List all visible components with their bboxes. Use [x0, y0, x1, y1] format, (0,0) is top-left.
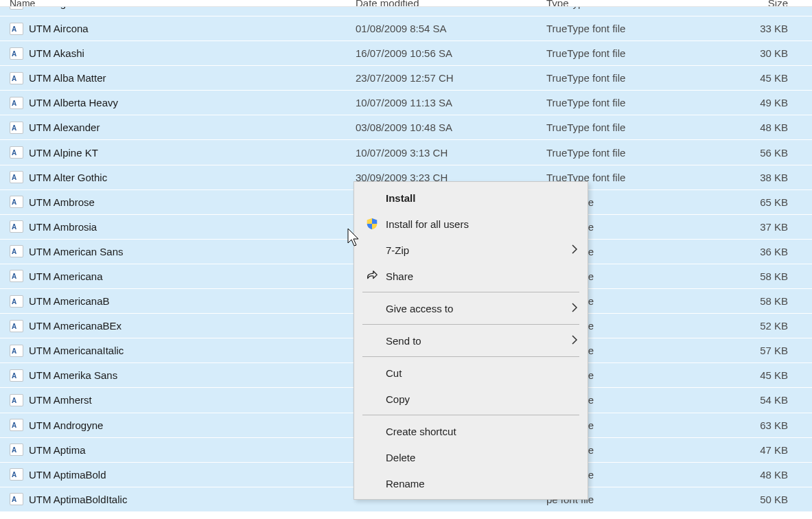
file-name-cell: UTM Americana — [10, 270, 356, 282]
file-name-label: UTM AmericanaB — [29, 295, 110, 307]
file-type: TrueType font file — [546, 72, 711, 84]
file-size: 58 KB — [711, 295, 800, 307]
file-name-cell: UTM AmericanaB — [10, 295, 356, 308]
file-name-label: UTM Alberta Heavy — [29, 97, 118, 108]
menu-delete-label: Delete — [382, 452, 578, 463]
font-file-icon — [10, 245, 23, 257]
file-type: TrueType font file — [546, 122, 711, 133]
chevron-right-icon — [566, 335, 578, 347]
font-file-icon — [10, 196, 23, 208]
file-size: 50 KB — [711, 494, 800, 505]
file-name-cell: UTM Akashi — [10, 47, 356, 60]
file-name-label: UTM AptimaBoldItalic — [29, 494, 127, 505]
col-size-header[interactable]: Size — [711, 0, 800, 7]
file-date: 10/07/2009 11:13 SA — [356, 97, 546, 108]
menu-share-label: Share — [382, 270, 578, 282]
menu-install-label: Install — [382, 192, 578, 204]
file-name-label: UTM AmericanaItalic — [29, 345, 124, 356]
menu-7zip[interactable]: 7-Zip — [354, 237, 588, 263]
col-name-header[interactable]: Name — [10, 0, 356, 7]
menu-delete[interactable]: Delete — [354, 444, 588, 470]
menu-send-to-label: Send to — [382, 335, 566, 347]
font-file-icon — [10, 369, 23, 382]
file-type: TrueType font file — [546, 147, 711, 159]
font-file-icon — [10, 122, 23, 134]
file-name-cell: UTM Androgyne — [10, 419, 356, 431]
font-file-icon — [10, 7, 23, 10]
file-size: 33 KB — [711, 23, 800, 34]
menu-rename-label: Rename — [382, 478, 578, 489]
font-file-icon — [10, 171, 23, 183]
file-type: TrueType font file — [546, 7, 711, 9]
file-row[interactable]: UTM Aircona01/08/2009 8:54 SATrueType fo… — [0, 16, 812, 41]
file-date: 23/07/2009 12:57 CH — [356, 72, 546, 84]
file-size: 56 KB — [711, 147, 800, 159]
menu-copy-label: Copy — [382, 393, 578, 405]
file-name-cell: UTM Alpine KT — [10, 146, 356, 159]
file-size: 45 KB — [711, 369, 800, 381]
file-row[interactable]: UTM Alba Matter23/07/2009 12:57 CHTrueTy… — [0, 66, 812, 91]
file-name-cell: UTM Ambrose — [10, 196, 356, 208]
file-row[interactable]: UTM AginTrueType font file — [0, 7, 812, 16]
col-date-header[interactable]: Date modified — [356, 0, 546, 7]
font-file-icon — [10, 345, 23, 357]
file-name-label: UTM Ambrosia — [29, 221, 97, 233]
menu-give-access[interactable]: Give access to — [354, 295, 588, 321]
chevron-right-icon — [566, 244, 578, 256]
file-row[interactable]: UTM Alpine KT10/07/2009 3:13 CHTrueType … — [0, 140, 812, 165]
file-size: 47 KB — [711, 444, 800, 456]
share-icon — [362, 270, 382, 282]
file-name-label: UTM Alter Gothic — [29, 172, 107, 183]
menu-create-shortcut[interactable]: Create shortcut — [354, 418, 588, 444]
menu-install[interactable]: Install — [354, 185, 588, 211]
menu-separator — [362, 324, 579, 325]
menu-share[interactable]: Share — [354, 263, 588, 289]
file-size: 57 KB — [711, 345, 800, 356]
file-name-cell: UTM Amerika Sans — [10, 369, 356, 382]
file-name-label: UTM Alpine KT — [29, 147, 98, 159]
menu-give-access-label: Give access to — [382, 303, 566, 314]
file-size: 36 KB — [711, 246, 800, 257]
menu-rename[interactable]: Rename — [354, 470, 588, 496]
file-name-label: UTM Americana — [29, 270, 103, 282]
chevron-right-icon — [566, 303, 578, 314]
file-size: 48 KB — [711, 122, 800, 133]
font-file-icon — [10, 394, 23, 406]
file-row[interactable]: UTM Alexander03/08/2009 10:48 SATrueType… — [0, 115, 812, 140]
font-file-icon — [10, 270, 23, 282]
menu-send-to[interactable]: Send to — [354, 327, 588, 354]
file-type: TrueType font file — [546, 97, 711, 108]
font-file-icon — [10, 419, 23, 431]
menu-cut[interactable]: Cut — [354, 360, 588, 386]
file-size: 63 KB — [711, 419, 800, 431]
font-file-icon — [10, 320, 23, 332]
file-name-cell: UTM Aircona — [10, 23, 356, 35]
file-size: 45 KB — [711, 72, 800, 84]
file-name-cell: UTM Alter Gothic — [10, 171, 356, 183]
context-menu: Install Install for all users 7-Zip Shar… — [353, 181, 588, 500]
menu-7zip-label: 7-Zip — [382, 244, 566, 256]
file-name-label: UTM Amherst — [29, 394, 92, 406]
menu-separator — [362, 415, 579, 415]
file-date: 03/08/2009 10:48 SA — [356, 122, 546, 133]
file-size: 37 KB — [711, 221, 800, 233]
font-file-icon — [10, 468, 23, 481]
file-name-cell: UTM Aptima — [10, 443, 356, 456]
file-name-cell: UTM Alba Matter — [10, 72, 356, 84]
file-name-cell: UTM AmericanaItalic — [10, 345, 356, 357]
col-type-header[interactable]: Type — [546, 0, 711, 7]
file-name-label: UTM Alexander — [29, 122, 100, 133]
file-name-cell: UTM AptimaBold — [10, 468, 356, 481]
file-size: 48 KB — [711, 469, 800, 481]
column-header: Name Date modified Type Size — [0, 0, 812, 7]
file-row[interactable]: UTM Akashi16/07/2009 10:56 SATrueType fo… — [0, 41, 812, 66]
file-size: 54 KB — [711, 394, 800, 406]
file-name-label: UTM AptimaBold — [29, 469, 106, 481]
file-type: TrueType font file — [546, 23, 711, 34]
file-name-label: UTM Alba Matter — [29, 72, 106, 84]
file-row[interactable]: UTM Alberta Heavy10/07/2009 11:13 SATrue… — [0, 91, 812, 115]
file-size: 65 KB — [711, 196, 800, 208]
font-file-icon — [10, 493, 23, 505]
menu-install-all-users[interactable]: Install for all users — [354, 211, 588, 237]
menu-copy[interactable]: Copy — [354, 386, 588, 412]
